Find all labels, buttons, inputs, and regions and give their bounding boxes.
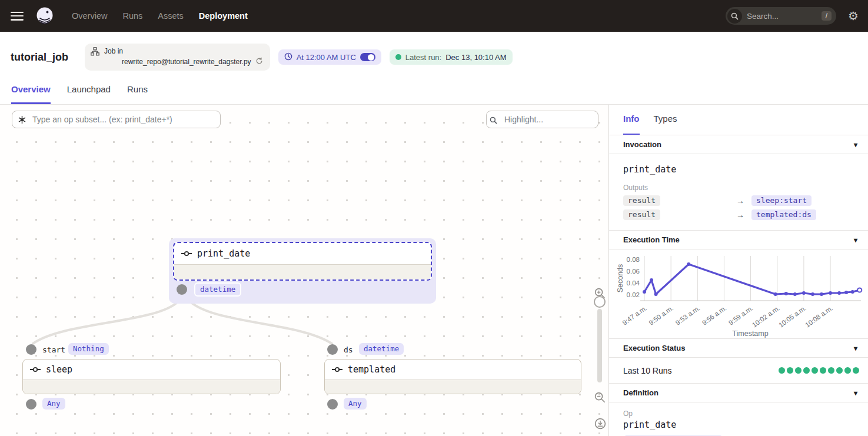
svg-text:9:53 a.m.: 9:53 a.m. — [674, 304, 701, 327]
section-title: Execution Time — [623, 235, 680, 244]
output-target-badge[interactable]: templated:ds — [751, 209, 816, 220]
section-execution-time[interactable]: Execution Time ▾ — [609, 231, 868, 249]
input-port-label: ds — [344, 345, 353, 354]
job-pill-path: rewrite_repo@tutorial_rewrite_dagster.py — [122, 58, 251, 66]
execution-status-row: Last 10 Runs — [609, 358, 868, 384]
section-execution-status[interactable]: Execution Status ▾ — [609, 339, 868, 358]
chevron-down-icon[interactable]: ▾ — [854, 236, 857, 244]
type-badge-datetime[interactable]: datetime — [359, 343, 404, 355]
svg-text:10:05 a.m.: 10:05 a.m. — [777, 304, 807, 329]
panel-tab-info[interactable]: Info — [623, 114, 640, 135]
section-definition[interactable]: Definition ▾ — [609, 384, 868, 402]
section-title: Definition — [623, 388, 659, 397]
output-row: result → templated:ds — [623, 209, 854, 220]
reset-view-icon[interactable] — [594, 418, 606, 432]
reload-icon[interactable] — [255, 57, 263, 66]
job-location-pill[interactable]: Job in rewrite_repo@tutorial_rewrite_dag… — [85, 44, 270, 71]
definition-body: Op print_date — [609, 402, 868, 436]
latest-run-pill[interactable]: Latest run: Dec 13, 10:10 AM — [390, 49, 513, 65]
panel-tab-types[interactable]: Types — [654, 114, 677, 135]
type-badge-any[interactable]: Any — [42, 398, 65, 410]
run-dot[interactable] — [779, 367, 785, 374]
graph-canvas[interactable]: print_date datetime start Nothing sleep … — [0, 105, 608, 436]
run-dot[interactable] — [803, 367, 810, 374]
schedule-toggle[interactable] — [360, 53, 375, 61]
run-dot[interactable] — [844, 367, 851, 374]
hamburger-menu-icon[interactable] — [11, 12, 24, 21]
output-row: result → sleep:start — [623, 195, 854, 206]
clock-icon — [284, 52, 292, 62]
arrow-right-icon: → — [736, 196, 751, 205]
zoom-slider-knob[interactable] — [594, 296, 606, 308]
chevron-down-icon[interactable]: ▾ — [854, 389, 857, 397]
run-dot[interactable] — [812, 367, 818, 374]
panel-tabs: Info Types — [609, 105, 868, 135]
search-icon — [727, 9, 742, 24]
arrow-right-icon: → — [736, 210, 751, 219]
output-name-badge: result — [623, 195, 660, 206]
op-node-label: print_date — [197, 248, 250, 259]
svg-text:0.02: 0.02 — [627, 291, 640, 298]
settings-gear-icon[interactable]: ⚙ — [848, 10, 859, 22]
op-node-templated[interactable]: templated — [324, 359, 581, 394]
input-port[interactable] — [26, 344, 36, 355]
op-details-panel: Info Types Invocation ▾ print_date Outpu… — [608, 105, 868, 436]
tab-launchpad[interactable]: Launchpad — [67, 82, 111, 104]
svg-text:Seconds: Seconds — [616, 264, 624, 293]
nav-item-deployment[interactable]: Deployment — [199, 11, 248, 21]
op-node-print-date[interactable]: print_date — [173, 242, 432, 281]
execution-time-chart: 9:47 a.m.9:50 a.m.9:53 a.m.9:56 a.m.9:59… — [609, 249, 868, 339]
svg-text:Timestamp: Timestamp — [732, 330, 768, 338]
invocation-op-name: print_date — [623, 164, 854, 175]
primary-nav: Overview Runs Assets Deployment — [72, 11, 248, 21]
output-port[interactable] — [177, 284, 187, 295]
output-target-badge[interactable]: sleep:start — [751, 195, 812, 206]
search-shortcut-badge: / — [822, 11, 832, 21]
tab-runs[interactable]: Runs — [127, 82, 148, 104]
search-input[interactable]: Search... / — [726, 7, 836, 25]
dagster-logo[interactable] — [34, 5, 55, 26]
run-dot[interactable] — [836, 367, 843, 374]
schedule-label: At 12:00 AM UTC — [297, 53, 356, 62]
highlight-search-icon — [490, 116, 497, 127]
section-invocation[interactable]: Invocation ▾ — [609, 135, 868, 154]
job-header: tutorial_job Job in rewrite_repo@tutoria… — [0, 32, 868, 82]
op-config-strip — [325, 380, 581, 394]
type-badge-any[interactable]: Any — [344, 398, 367, 410]
chevron-down-icon[interactable]: ▾ — [854, 141, 857, 149]
schedule-pill[interactable]: At 12:00 AM UTC — [278, 49, 381, 65]
zoom-slider-track[interactable] — [597, 309, 602, 382]
op-node-sleep[interactable]: sleep — [22, 359, 281, 394]
run-dot[interactable] — [828, 367, 834, 374]
run-dot[interactable] — [820, 367, 826, 374]
type-badge-datetime[interactable]: datetime — [194, 282, 241, 297]
chevron-down-icon[interactable]: ▾ — [854, 344, 857, 352]
nav-item-overview[interactable]: Overview — [72, 11, 107, 21]
svg-text:0.06: 0.06 — [627, 268, 640, 275]
job-graph-icon — [91, 47, 99, 66]
type-badge-nothing[interactable]: Nothing — [68, 343, 109, 355]
op-node-label: templated — [348, 364, 395, 375]
section-title: Execution Status — [623, 344, 685, 352]
dagster-logo-icon — [34, 5, 55, 26]
run-dot[interactable] — [795, 367, 802, 374]
job-pill-label: Job in — [104, 47, 263, 55]
job-tabs: Overview Launchpad Runs — [0, 82, 868, 105]
run-dot[interactable] — [787, 367, 793, 374]
nav-item-runs[interactable]: Runs — [122, 11, 142, 21]
output-port[interactable] — [327, 399, 338, 410]
zoom-out-icon[interactable] — [594, 392, 606, 405]
tab-overview[interactable]: Overview — [11, 82, 51, 104]
output-port[interactable] — [26, 399, 36, 410]
op-config-strip — [174, 264, 431, 279]
latest-run-label: Latest run: — [405, 53, 441, 62]
run-dot[interactable] — [853, 367, 859, 374]
search-placeholder: Search... — [747, 12, 822, 21]
input-port[interactable] — [327, 344, 338, 355]
op-selector-icon — [18, 115, 26, 127]
latest-run-timestamp: Dec 13, 10:10 AM — [445, 53, 506, 62]
top-nav: Overview Runs Assets Deployment Search..… — [0, 0, 868, 32]
nav-item-assets[interactable]: Assets — [158, 11, 184, 21]
op-icon — [181, 251, 192, 257]
svg-text:9:47 a.m.: 9:47 a.m. — [621, 304, 648, 327]
